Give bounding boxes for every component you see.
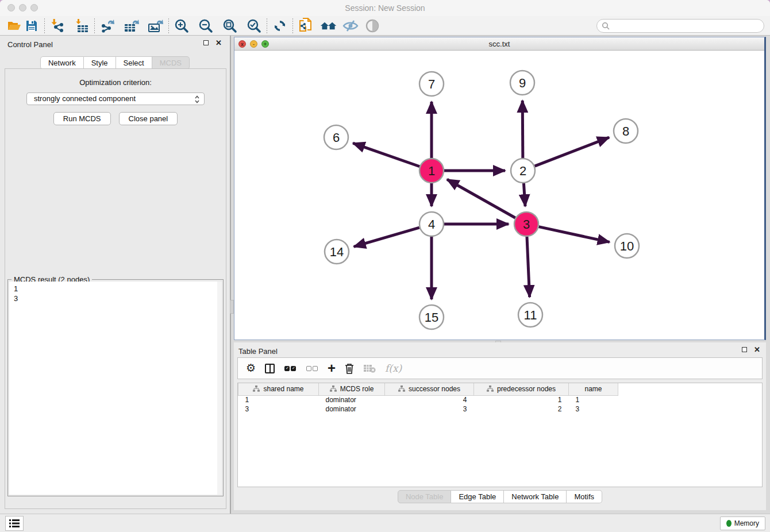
close-panel-button[interactable]: Close panel bbox=[119, 112, 178, 125]
hide-selected-eye-slash-icon[interactable] bbox=[342, 18, 359, 34]
graph-node-1[interactable]: 1 bbox=[419, 159, 444, 183]
deselect-all-checkboxes-icon[interactable] bbox=[306, 361, 318, 375]
table-cell[interactable]: 2 bbox=[474, 404, 569, 414]
graph-node-10[interactable]: 10 bbox=[615, 234, 639, 258]
graph-node-2[interactable]: 2 bbox=[511, 159, 535, 183]
export-image-icon[interactable] bbox=[147, 18, 164, 34]
toolbar-separator bbox=[267, 18, 267, 33]
table-toolbar: ⚙ + f(x) bbox=[237, 357, 763, 379]
import-table-icon[interactable] bbox=[73, 18, 90, 34]
memory-status-icon bbox=[726, 520, 732, 527]
edge-2-3[interactable] bbox=[523, 183, 525, 206]
optimization-criterion-label: Optimization criterion: bbox=[5, 78, 226, 87]
svg-text:3: 3 bbox=[523, 217, 530, 232]
svg-text:6: 6 bbox=[333, 130, 340, 145]
tab-edge-table[interactable]: Edge Table bbox=[451, 490, 504, 503]
table-cell[interactable]: 1 bbox=[238, 395, 319, 404]
edge-1-6[interactable] bbox=[353, 143, 419, 167]
mcds-result-group: MCDS result (2 nodes) 1 3 bbox=[7, 279, 224, 496]
tab-node-table[interactable]: Node Table bbox=[398, 490, 452, 503]
close-panel-icon[interactable]: ✕ bbox=[215, 40, 222, 45]
graph-svg: 7968124314101511 bbox=[234, 51, 763, 338]
task-history-button[interactable] bbox=[5, 516, 24, 531]
edge-3-10[interactable] bbox=[538, 227, 609, 242]
column-header-successor-nodes[interactable]: successor nodes bbox=[385, 383, 474, 395]
table-cell[interactable]: 1 bbox=[474, 395, 569, 404]
graph-node-4[interactable]: 4 bbox=[419, 212, 444, 236]
vertical-splitter-handle[interactable] bbox=[230, 300, 234, 314]
network-canvas[interactable]: 7968124314101511 bbox=[234, 51, 763, 338]
table-row[interactable]: 1dominator411 bbox=[238, 395, 618, 404]
mcds-result-box[interactable]: 1 3 bbox=[9, 282, 222, 495]
graph-node-7[interactable]: 7 bbox=[419, 72, 444, 96]
edge-2-8[interactable] bbox=[535, 137, 610, 166]
zoom-selected-icon[interactable] bbox=[245, 18, 263, 34]
search-input[interactable] bbox=[610, 22, 753, 30]
tab-mcds[interactable]: MCDS bbox=[152, 56, 190, 70]
save-session-icon[interactable] bbox=[23, 18, 40, 34]
refresh-layout-icon[interactable] bbox=[271, 18, 288, 34]
search-box[interactable] bbox=[596, 19, 764, 33]
network-window-titlebar[interactable]: x - + scc.txt bbox=[234, 37, 764, 51]
titlebar: Session: New Session bbox=[0, 0, 770, 16]
column-layout-icon[interactable] bbox=[265, 361, 275, 375]
edge-2-9[interactable] bbox=[522, 101, 523, 158]
table-cell[interactable]: 3 bbox=[385, 404, 474, 414]
tab-select[interactable]: Select bbox=[116, 56, 152, 70]
status-bar: Memory bbox=[0, 514, 770, 532]
edge-3-1[interactable] bbox=[447, 179, 515, 218]
import-network-icon[interactable] bbox=[49, 18, 66, 34]
zoom-out-icon[interactable] bbox=[197, 18, 214, 34]
show-hidden-eye-icon[interactable] bbox=[364, 18, 381, 34]
graph-node-15[interactable]: 15 bbox=[419, 305, 444, 329]
delete-row-trash-icon[interactable] bbox=[345, 361, 354, 375]
node-table[interactable]: shared nameMCDS rolesuccessor nodesprede… bbox=[237, 383, 763, 487]
table-row[interactable]: 3dominator323 bbox=[238, 404, 618, 414]
home-networks-icon[interactable] bbox=[320, 18, 337, 34]
criterion-dropdown[interactable]: strongly connected component bbox=[26, 92, 205, 105]
open-file-icon[interactable] bbox=[6, 18, 23, 34]
edge-4-14[interactable] bbox=[354, 228, 419, 246]
graph-node-3[interactable]: 3 bbox=[514, 212, 538, 236]
float-panel-icon[interactable] bbox=[203, 40, 209, 45]
svg-text:8: 8 bbox=[622, 124, 629, 138]
export-table-icon[interactable] bbox=[123, 18, 140, 34]
table-cell[interactable]: 3 bbox=[569, 404, 618, 414]
column-header-shared-name[interactable]: shared name bbox=[238, 383, 319, 395]
tab-style[interactable]: Style bbox=[84, 56, 116, 70]
tab-motifs[interactable]: Motifs bbox=[567, 490, 602, 503]
workspace: x - + scc.txt 7968124314101511 Table Pan… bbox=[234, 36, 767, 514]
table-cell[interactable]: 1 bbox=[569, 395, 618, 404]
svg-text:1: 1 bbox=[428, 164, 435, 178]
table-cell[interactable]: dominator bbox=[319, 404, 385, 414]
close-table-panel-icon[interactable]: ✕ bbox=[754, 347, 760, 352]
control-panel: Control Panel ✕ Network Style Select MCD… bbox=[0, 36, 231, 514]
graph-node-11[interactable]: 11 bbox=[518, 303, 542, 327]
result-scrollbar[interactable] bbox=[217, 282, 222, 495]
table-cell[interactable]: 4 bbox=[385, 395, 474, 404]
table-cell[interactable]: dominator bbox=[319, 395, 385, 404]
memory-button[interactable]: Memory bbox=[720, 516, 765, 530]
tab-network-table[interactable]: Network Table bbox=[504, 490, 567, 503]
export-network-icon[interactable] bbox=[99, 18, 116, 34]
column-header-MCDS-role[interactable]: MCDS role bbox=[319, 383, 385, 395]
column-header-predecessor-nodes[interactable]: predecessor nodes bbox=[474, 383, 569, 395]
run-mcds-button[interactable]: Run MCDS bbox=[53, 112, 111, 125]
table-settings-gear-icon[interactable]: ⚙ bbox=[246, 361, 256, 375]
column-header-name[interactable]: name bbox=[569, 383, 618, 395]
add-row-plus-icon[interactable]: + bbox=[328, 361, 336, 375]
table-panel-tabs: Node Table Edge Table Network Table Moti… bbox=[234, 490, 766, 503]
zoom-fit-icon[interactable] bbox=[221, 18, 238, 34]
zoom-in-icon[interactable] bbox=[173, 18, 190, 34]
graph-node-9[interactable]: 9 bbox=[510, 71, 534, 95]
toolbar-separator bbox=[168, 18, 169, 33]
table-cell[interactable]: 3 bbox=[238, 404, 319, 414]
clone-network-icon[interactable] bbox=[297, 18, 314, 34]
graph-node-6[interactable]: 6 bbox=[324, 125, 348, 149]
tab-network[interactable]: Network bbox=[40, 56, 84, 70]
float-table-panel-icon[interactable] bbox=[742, 347, 747, 352]
select-all-checkboxes-icon[interactable] bbox=[284, 361, 297, 375]
graph-node-8[interactable]: 8 bbox=[614, 119, 638, 143]
edge-3-11[interactable] bbox=[527, 237, 530, 297]
graph-node-14[interactable]: 14 bbox=[325, 240, 349, 264]
